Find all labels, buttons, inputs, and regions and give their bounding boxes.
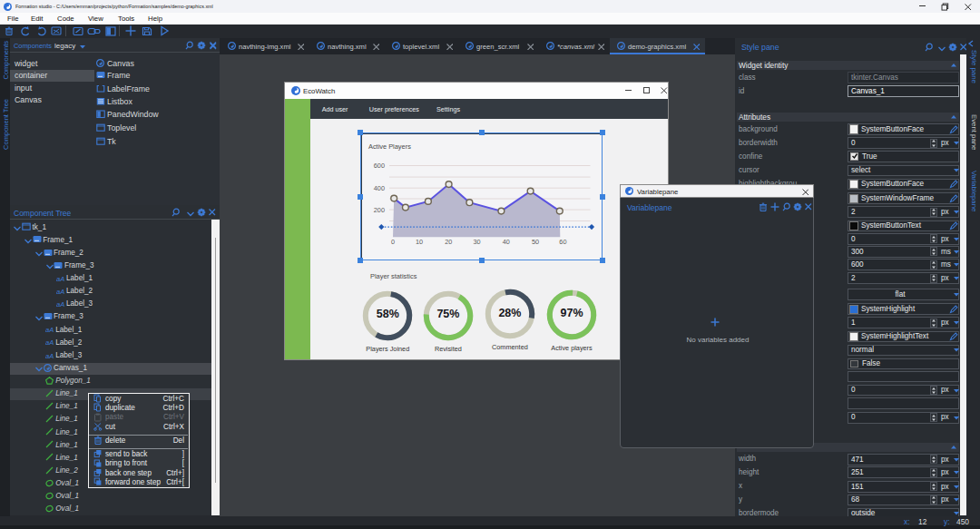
- svg-text:aA: aA: [56, 274, 64, 282]
- svg-text:aA: aA: [45, 326, 54, 334]
- svg-text:aA: aA: [56, 300, 64, 309]
- svg-text:aA: aA: [45, 351, 54, 359]
- svg-text:aA: aA: [45, 338, 54, 347]
- svg-text:aA: aA: [56, 287, 64, 295]
